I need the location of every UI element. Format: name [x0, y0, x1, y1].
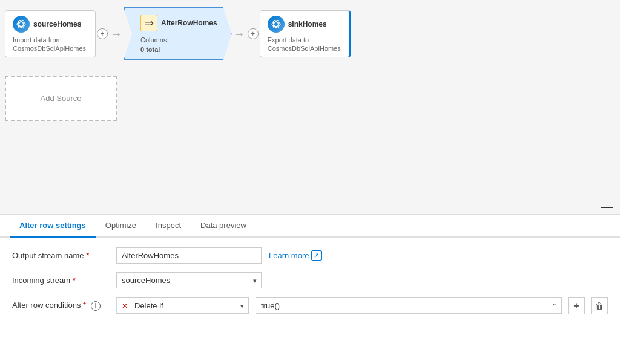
output-stream-name-input[interactable] — [116, 247, 262, 264]
source-node-header: sourceHomes — [13, 16, 88, 33]
learn-more-link[interactable]: Learn more ↗ — [269, 250, 322, 261]
tab-optimize[interactable]: Optimize — [96, 215, 146, 238]
source-cosmos-icon — [13, 16, 30, 33]
transform-node-header: ⇒ AlterRowHomes — [140, 15, 217, 31]
required-star-conditions: * — [83, 301, 86, 310]
output-stream-name-row: Output stream name * Learn more ↗ — [12, 247, 608, 264]
transform-node[interactable]: ⇒ AlterRowHomes Columns: 0 total — [124, 7, 232, 60]
add-source-box[interactable]: Add Source — [5, 76, 117, 121]
arrow-1: → — [109, 27, 124, 41]
pipeline-container: sourceHomes Import data from CosmosDbSql… — [5, 7, 351, 60]
required-star-output: * — [86, 251, 89, 260]
tab-alter-row-settings[interactable]: Alter row settings — [10, 215, 96, 238]
transform-columns-label: Columns: — [140, 36, 217, 44]
learn-more-icon: ↗ — [311, 250, 322, 261]
add-connector-2[interactable]: + — [248, 28, 259, 39]
source-node-title: sourceHomes — [33, 20, 81, 28]
transform-node-title: AlterRowHomes — [161, 19, 217, 27]
sink-node-title: sinkHomes — [288, 20, 327, 28]
condition-type-select[interactable]: Delete if Insert if Update if Upsert if — [117, 297, 249, 314]
tabs-bar: Alter row settings Optimize Inspect Data… — [0, 215, 620, 238]
conditions-info-icon[interactable]: i — [91, 301, 101, 311]
bottom-panel: Alter row settings Optimize Inspect Data… — [0, 215, 620, 364]
alter-row-conditions-row: Alter row conditions * i ✕ Delete if Ins… — [12, 297, 608, 314]
incoming-stream-select[interactable]: sourceHomes — [116, 272, 262, 288]
sink-node-detail: CosmosDbSqlApiHomes — [268, 45, 341, 52]
condition-value-input[interactable] — [256, 297, 562, 314]
source-node-subtitle: Import data from — [13, 36, 88, 44]
incoming-stream-label: Incoming stream * — [12, 276, 109, 285]
conditions-container: ✕ Delete if Insert if Update if Upsert i… — [116, 297, 608, 314]
source-node[interactable]: sourceHomes Import data from CosmosDbSql… — [5, 10, 96, 57]
add-source-label: Add Source — [41, 94, 82, 103]
transform-icon: ⇒ — [140, 15, 157, 31]
incoming-stream-select-wrap: sourceHomes ▾ — [116, 272, 262, 288]
add-condition-button[interactable]: + — [568, 297, 585, 314]
tab-data-preview[interactable]: Data preview — [191, 215, 256, 238]
condition-type-wrap: ✕ Delete if Insert if Update if Upsert i… — [116, 297, 249, 314]
sink-node-subtitle: Export data to — [268, 36, 341, 44]
delete-condition-button[interactable]: 🗑 — [591, 297, 608, 314]
incoming-stream-row: Incoming stream * sourceHomes ▾ — [12, 272, 608, 288]
condition-value-wrap: ⌃ — [256, 297, 562, 314]
alter-row-conditions-label: Alter row conditions * i — [12, 297, 109, 311]
learn-more-label: Learn more — [269, 251, 309, 260]
sink-cosmos-icon — [268, 16, 285, 33]
minimize-bar[interactable] — [601, 207, 613, 208]
arrow-2: → — [232, 27, 246, 41]
required-star-incoming: * — [73, 276, 76, 285]
add-connector-1[interactable]: + — [97, 28, 108, 39]
canvas-area: sourceHomes Import data from CosmosDbSql… — [0, 0, 620, 215]
sink-node-header: sinkHomes — [268, 16, 341, 33]
transform-columns-value: 0 total — [140, 46, 217, 53]
output-stream-name-label: Output stream name * — [12, 251, 109, 260]
tab-inspect[interactable]: Inspect — [146, 215, 191, 238]
sink-node[interactable]: sinkHomes Export data to CosmosDbSqlApiH… — [260, 10, 351, 57]
source-node-detail: CosmosDbSqlApiHomes — [13, 45, 88, 52]
settings-content: Output stream name * Learn more ↗ Incomi… — [0, 238, 620, 324]
condition-row-1: ✕ Delete if Insert if Update if Upsert i… — [116, 297, 608, 314]
